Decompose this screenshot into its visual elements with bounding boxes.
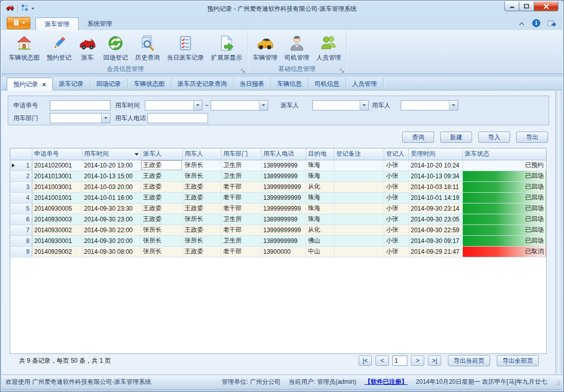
table-cell[interactable]: 卫生所 <box>221 235 261 246</box>
table-cell[interactable]: 20140930003 <box>32 214 82 225</box>
table-cell[interactable]: 张所长 <box>141 225 182 235</box>
table-cell[interactable]: 13999999999 <box>261 203 306 214</box>
column-header[interactable]: 登记备注 <box>334 148 384 160</box>
table-cell[interactable]: 小张 <box>384 192 408 203</box>
table-cell[interactable]: 1389999999 <box>261 214 306 225</box>
table-cell[interactable] <box>334 203 384 214</box>
table-row[interactable]: 9201409290022014-09-30 08:00张所长王政委老干部139… <box>10 246 546 257</box>
table-cell[interactable]: 已回场 <box>462 203 546 214</box>
document-tab[interactable]: 司机信息 <box>309 78 346 90</box>
table-cell[interactable]: 小张 <box>384 246 408 257</box>
table-cell[interactable]: 小张 <box>384 235 408 246</box>
table-cell[interactable]: 2014-09-30 22:59 <box>408 225 462 235</box>
table-cell[interactable]: 小张 <box>384 181 408 192</box>
table-row[interactable]: 3201410030012014-10-03 20:00王政委王政委老干部139… <box>10 181 546 192</box>
action-button[interactable]: 查询 <box>402 132 434 143</box>
switch-window-icon[interactable] <box>548 19 556 29</box>
table-cell[interactable]: 珠海 <box>306 160 334 171</box>
table-cell[interactable]: 2014-09-30 23:14 <box>408 203 462 214</box>
table-cell[interactable]: 老干部 <box>221 225 261 235</box>
table-cell[interactable]: 小张 <box>384 203 408 214</box>
row-header[interactable]: 4 <box>10 192 32 203</box>
table-cell[interactable]: 已取消 <box>462 246 546 257</box>
column-header[interactable]: 登记人 <box>384 148 408 160</box>
table-row[interactable]: 2201410130012014-10-13 15:00王政委张所长卫生所138… <box>10 171 546 181</box>
table-cell[interactable]: 2014-10-01 16:00 <box>82 192 141 203</box>
toolbar-dropdown-icon[interactable] <box>31 8 34 10</box>
table-cell[interactable]: 王政委 <box>141 203 182 214</box>
table-cell[interactable]: 王政委 <box>141 214 182 225</box>
table-cell[interactable]: 王政委 <box>182 181 221 192</box>
ribbon-tab[interactable]: 系统管理 <box>79 17 121 30</box>
minimize-button[interactable] <box>504 2 519 11</box>
table-cell[interactable]: 卫生所 <box>221 171 261 181</box>
document-tab[interactable]: 人员管理 <box>346 78 384 90</box>
table-cell[interactable] <box>334 171 384 181</box>
document-tab[interactable]: 车辆信息 <box>271 78 309 90</box>
table-cell[interactable]: 老干部 <box>221 203 261 214</box>
column-header[interactable]: 受理时间 <box>408 148 462 160</box>
table-cell[interactable]: 2014-10-03 18:11 <box>408 181 462 192</box>
table-cell[interactable]: 已预约 <box>462 160 546 171</box>
table-cell[interactable]: 从化 <box>306 225 334 235</box>
table-cell[interactable]: 2014-10-20 10:24 <box>408 160 462 171</box>
table-cell[interactable]: 珠海 <box>306 171 334 181</box>
dept-select[interactable] <box>50 113 110 123</box>
close-button[interactable] <box>534 2 558 11</box>
export-all-pages-button[interactable]: 导出全部页 <box>497 355 539 366</box>
dispatcher-select[interactable] <box>312 100 369 110</box>
column-header[interactable]: 目的地 <box>306 148 334 160</box>
column-header[interactable]: 用车部门 <box>221 148 261 160</box>
table-cell[interactable]: 王政委 <box>141 192 182 203</box>
phone-input[interactable] <box>147 113 208 123</box>
document-tab[interactable]: 预约记录× <box>7 78 53 90</box>
table-cell[interactable]: 老干部 <box>221 181 261 192</box>
document-tab[interactable]: 回场记录 <box>90 78 128 90</box>
ribbon-button[interactable]: 车辆管理 <box>249 33 281 63</box>
table-cell[interactable]: 王政委 <box>141 181 182 192</box>
table-cell[interactable]: 2014-10-13 09:34 <box>408 171 462 181</box>
ribbon-tab[interactable]: 派车管理 <box>35 17 79 30</box>
row-header[interactable]: 2 <box>10 171 32 181</box>
table-row[interactable]: 4201410010012014-10-01 16:00王政委王政委老干部139… <box>10 192 546 203</box>
table-cell[interactable]: 2014-09-30 08:00 <box>82 246 141 257</box>
table-cell[interactable]: 张所长 <box>141 246 182 257</box>
table-cell[interactable]: 小张 <box>384 171 408 181</box>
table-cell[interactable]: 2014-10-13 15:00 <box>82 171 141 181</box>
table-row[interactable]: 8201409300012014-09-30 20:00张所长张所长卫生所138… <box>10 235 546 246</box>
table-cell[interactable]: 老干部 <box>221 246 261 257</box>
row-header[interactable]: 5 <box>10 203 32 214</box>
table-cell[interactable]: 小张 <box>384 160 408 171</box>
table-cell[interactable]: 老干部 <box>221 192 261 203</box>
maximize-button[interactable] <box>519 2 534 11</box>
table-cell[interactable]: 卫生所 <box>221 160 261 171</box>
table-cell[interactable]: 2014-10-01 14:19 <box>408 192 462 203</box>
row-header[interactable]: 7 <box>10 225 32 235</box>
table-cell[interactable]: 13999999999 <box>261 181 306 192</box>
table-row[interactable]: 7201409300022014-09-30 22:00张所长王政委老干部139… <box>10 225 546 235</box>
table-cell[interactable]: 佛山 <box>306 235 334 246</box>
table-cell[interactable]: 张所长 <box>182 235 221 246</box>
ribbon-button[interactable]: 当日派车记录 <box>163 33 208 63</box>
page-number-input[interactable] <box>392 356 407 366</box>
table-cell[interactable]: 小张 <box>384 225 408 235</box>
ribbon-button[interactable]: 回场登记 <box>100 33 131 63</box>
table-cell[interactable]: 2014-09-30 22:00 <box>82 225 141 235</box>
action-button[interactable]: 新建 <box>440 132 472 143</box>
row-header[interactable]: 9 <box>10 246 32 257</box>
vertical-scrollbar[interactable] <box>555 91 562 374</box>
table-cell[interactable]: 中山 <box>306 246 334 257</box>
table-cell[interactable]: 张所长 <box>182 214 221 225</box>
table-cell[interactable]: 卫生所 <box>221 214 261 225</box>
export-current-page-button[interactable]: 导出当前页 <box>448 355 490 366</box>
table-cell[interactable]: 王政委 <box>182 192 221 203</box>
next-page-button[interactable]: > <box>411 356 424 366</box>
table-cell[interactable]: 2014-09-29 21:47 <box>408 246 462 257</box>
table-cell[interactable]: 已回场 <box>462 214 546 225</box>
table-cell[interactable]: 2014-09-30 23:30 <box>82 203 141 214</box>
table-cell[interactable]: 张所长 <box>182 160 221 171</box>
table-cell[interactable]: 13999999999 <box>261 225 306 235</box>
document-tab[interactable]: 派车记录 <box>53 78 90 90</box>
info-icon[interactable] <box>532 19 540 29</box>
row-header[interactable]: 8 <box>10 235 32 246</box>
